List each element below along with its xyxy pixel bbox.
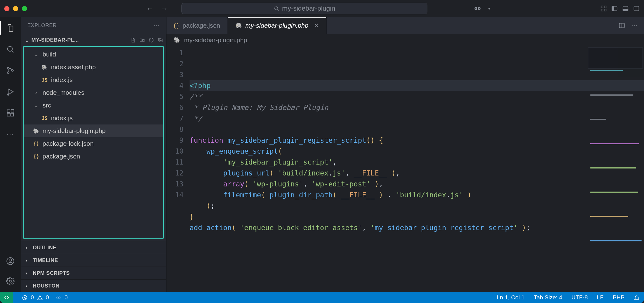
tree-item-label: build (43, 51, 56, 58)
tree-item-label: node_modules (43, 89, 84, 96)
activity-bar: ··· (0, 17, 21, 292)
remote-indicator[interactable] (0, 292, 13, 303)
project-header[interactable]: ⌄ MY-SIDEBAR-PL... (21, 34, 166, 46)
close-tab-icon[interactable]: ✕ (314, 22, 319, 29)
svg-rect-7 (604, 6, 606, 8)
problems-indicator[interactable]: 0 0 (22, 294, 49, 301)
settings-activity-icon[interactable] (5, 276, 16, 287)
collapse-all-icon[interactable] (158, 37, 163, 43)
copilot-icon[interactable] (474, 5, 481, 12)
chevron-right-icon: › (26, 258, 27, 263)
code-content[interactable]: <?php/** * Plugin Name: My Sidebar Plugi… (190, 46, 644, 292)
code-line[interactable]: /** (190, 91, 644, 102)
svg-point-43 (58, 297, 59, 298)
titlebar: ← → my-sidebar-plugin ▾ (0, 0, 644, 17)
language-mode[interactable]: PHP (613, 294, 625, 301)
command-center-search[interactable]: my-sidebar-plugin (181, 3, 427, 14)
close-window-icon[interactable] (4, 6, 9, 11)
explorer-activity-icon[interactable] (5, 22, 16, 33)
svg-point-28 (9, 259, 12, 261)
sidebar-more-icon[interactable]: ··· (153, 22, 159, 29)
file-row[interactable]: JSindex.js (24, 112, 163, 124)
section-label: NPM SCRIPTS (33, 270, 70, 276)
toggle-primary-sidebar-icon[interactable] (611, 5, 618, 12)
code-line[interactable]: 'my_sidebar_plugin_script', (190, 157, 644, 168)
sidebar-section-npm-scripts[interactable]: ›NPM SCRIPTS (21, 267, 166, 279)
svg-point-18 (7, 67, 9, 69)
code-line[interactable]: add_action( 'enqueue_block_editor_assets… (190, 222, 644, 233)
section-label: HOUSTON (33, 283, 60, 289)
zoom-window-icon[interactable] (22, 6, 27, 11)
code-line[interactable]: <?php (190, 80, 644, 91)
code-line[interactable]: ); (190, 200, 644, 211)
code-line[interactable]: array( 'wp-plugins', 'wp-edit-post' ), (190, 179, 644, 189)
code-editor[interactable]: 1234567891011121314 <?php/** * Plugin Na… (166, 46, 644, 292)
file-row[interactable]: { }package.json (24, 150, 163, 163)
accounts-activity-icon[interactable] (5, 256, 16, 267)
layout-customize-icon[interactable] (600, 5, 607, 12)
tree-item-label: index.js (51, 76, 73, 83)
indentation[interactable]: Tab Size: 4 (534, 294, 562, 301)
chevron-right-icon: › (33, 90, 39, 95)
svg-rect-23 (7, 110, 10, 113)
file-row[interactable]: 🐘my-sidebar-plugin.php (24, 124, 163, 137)
extensions-activity-icon[interactable] (5, 107, 16, 118)
php-file-icon: 🐘 (41, 64, 48, 70)
new-file-icon[interactable] (130, 37, 136, 43)
folder-row[interactable]: ›node_modules (24, 86, 163, 99)
editor-tab[interactable]: 🐘my-sidebar-plugin.php✕ (228, 17, 327, 34)
svg-point-4 (475, 8, 476, 9)
source-control-activity-icon[interactable] (5, 65, 16, 76)
file-row[interactable]: JSindex.js (24, 73, 163, 86)
code-line[interactable]: function my_sidebar_plugin_register_scri… (190, 135, 644, 146)
explorer-sidebar: EXPLORER ··· ⌄ MY-SIDEBAR-PL... ⌄build🐘i… (21, 17, 166, 292)
php-file-icon: 🐘 (174, 37, 180, 43)
cursor-position[interactable]: Ln 1, Col 1 (497, 294, 525, 301)
code-line[interactable]: */ (190, 113, 644, 124)
folder-row[interactable]: ⌄src (24, 99, 163, 112)
toggle-secondary-sidebar-icon[interactable] (633, 5, 640, 12)
svg-point-19 (7, 72, 9, 73)
tab-label: package.json (183, 22, 220, 29)
encoding[interactable]: UTF-8 (571, 294, 588, 301)
split-editor-icon[interactable] (618, 22, 625, 29)
code-line[interactable]: wp_enqueue_script( (190, 146, 644, 157)
file-row[interactable]: { }package-lock.json (24, 137, 163, 150)
file-tree[interactable]: ⌄build🐘index.asset.phpJSindex.js›node_mo… (23, 46, 164, 239)
json-file-icon: { } (33, 141, 39, 146)
copilot-chevron-icon[interactable]: ▾ (488, 6, 490, 11)
code-line[interactable]: } (190, 211, 644, 222)
chevron-right-icon: › (26, 271, 27, 276)
search-activity-icon[interactable] (5, 44, 16, 55)
svg-rect-13 (623, 9, 628, 11)
svg-rect-14 (634, 6, 639, 11)
tree-item-label: package-lock.json (43, 140, 94, 147)
nav-forward-icon[interactable]: → (161, 4, 168, 13)
more-activity-icon[interactable]: ··· (5, 129, 16, 140)
breadcrumb[interactable]: 🐘 my-sidebar-plugin.php (166, 34, 644, 46)
folder-row[interactable]: ⌄build (24, 48, 163, 61)
code-line[interactable]: plugins_url( 'build/index.js', __FILE__ … (190, 168, 644, 179)
nav-back-icon[interactable]: ← (146, 4, 153, 13)
minimap[interactable] (588, 47, 643, 69)
line-gutter: 1234567891011121314 (166, 46, 190, 292)
file-row[interactable]: 🐘index.asset.php (24, 61, 163, 73)
minimize-window-icon[interactable] (13, 6, 18, 11)
code-line[interactable]: * Plugin Name: My Sidebar Plugin (190, 102, 644, 113)
new-folder-icon[interactable] (139, 37, 145, 43)
code-line[interactable] (190, 124, 644, 135)
status-bar: 0 0 0 Ln 1, Col 1 Tab Size: 4 UTF-8 LF P… (0, 292, 644, 303)
sidebar-section-timeline[interactable]: ›TIMELINE (21, 254, 166, 267)
run-debug-activity-icon[interactable] (5, 86, 16, 97)
sidebar-section-houston[interactable]: ›HOUSTON (21, 279, 166, 292)
code-line[interactable]: filemtime( plugin_dir_path( __FILE__ ) .… (190, 189, 644, 200)
tab-more-icon[interactable]: ··· (632, 22, 637, 29)
sidebar-section-outline[interactable]: ›OUTLINE (21, 241, 166, 254)
tree-item-label: index.js (51, 114, 73, 122)
toggle-panel-icon[interactable] (622, 5, 629, 12)
refresh-icon[interactable] (149, 37, 154, 43)
ports-indicator[interactable]: 0 (56, 294, 68, 301)
notifications-icon[interactable] (634, 294, 640, 301)
editor-tab[interactable]: { }package.json (166, 17, 228, 34)
eol[interactable]: LF (597, 294, 604, 301)
